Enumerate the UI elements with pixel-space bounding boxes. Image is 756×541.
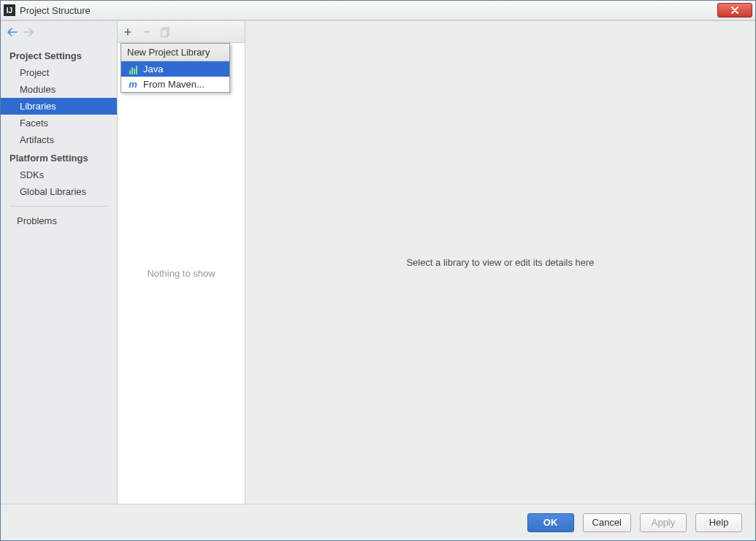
project-structure-window: IJ Project Structure Project Settings Pr… (0, 0, 756, 541)
ok-button[interactable]: OK (527, 513, 574, 532)
dropdown-item-from-maven[interactable]: m From Maven... (121, 77, 229, 92)
library-detail-pane: Select a library to view or edit its det… (245, 21, 755, 504)
svg-rect-1 (161, 29, 167, 37)
window-title: Project Structure (20, 5, 91, 16)
nav-arrows (1, 21, 117, 43)
sidebar-item-facets[interactable]: Facets (1, 115, 117, 131)
nav-forward-icon (23, 26, 34, 38)
maven-icon: m (127, 80, 139, 90)
library-list-column: + − Nothing to show New Project Library … (118, 21, 245, 504)
sidebar-item-sdks[interactable]: SDKs (1, 166, 117, 183)
sidebar-item-artifacts[interactable]: Artifacts (1, 131, 117, 148)
library-toolbar: + − (118, 21, 245, 43)
sidebar-item-libraries[interactable]: Libraries (1, 98, 117, 115)
sidebar: Project Settings Project Modules Librari… (1, 43, 117, 229)
sidebar-separator (9, 206, 108, 207)
close-button[interactable] (717, 3, 752, 18)
remove-icon: − (141, 26, 153, 38)
nav-back-icon[interactable] (7, 26, 18, 38)
dropdown-header: New Project Library (121, 44, 229, 61)
titlebar[interactable]: IJ Project Structure (1, 1, 755, 20)
intellij-app-icon: IJ (4, 4, 15, 16)
sidebar-item-project[interactable]: Project (1, 64, 117, 81)
sidebar-section-project-settings: Project Settings (1, 46, 117, 64)
java-library-icon (127, 64, 139, 74)
content-area: Project Settings Project Modules Librari… (1, 20, 755, 504)
add-icon[interactable]: + (122, 26, 134, 38)
dropdown-item-label: Java (143, 64, 163, 74)
dialog-button-bar: OK Cancel Apply Help (1, 504, 755, 540)
detail-placeholder-text: Select a library to view or edit its det… (406, 257, 594, 268)
sidebar-item-problems[interactable]: Problems (1, 212, 117, 229)
cancel-button[interactable]: Cancel (583, 513, 631, 532)
sidebar-item-modules[interactable]: Modules (1, 81, 117, 98)
apply-button: Apply (640, 513, 687, 532)
library-list-empty: Nothing to show (118, 43, 245, 504)
copy-icon (160, 26, 172, 38)
sidebar-column: Project Settings Project Modules Librari… (1, 21, 118, 504)
sidebar-section-platform-settings: Platform Settings (1, 148, 117, 166)
dropdown-item-java[interactable]: Java (121, 61, 229, 77)
new-project-library-menu: New Project Library Java m From Maven... (121, 43, 230, 93)
sidebar-item-global-libraries[interactable]: Global Libraries (1, 183, 117, 200)
help-button[interactable]: Help (695, 513, 742, 532)
dropdown-item-label: From Maven... (143, 79, 205, 90)
